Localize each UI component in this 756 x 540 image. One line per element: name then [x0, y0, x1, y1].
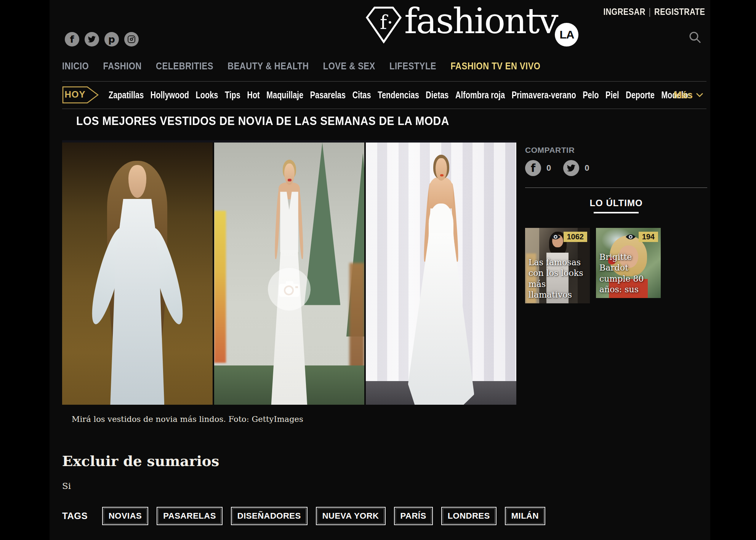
- instagram-icon[interactable]: [124, 32, 139, 46]
- hoy-label: HOY: [62, 89, 88, 100]
- hero-photo-1: [62, 143, 213, 405]
- divider: [62, 109, 706, 109]
- twitter-icon[interactable]: [85, 32, 99, 46]
- site-logo[interactable]: f· fashiontv LA: [365, 3, 578, 46]
- nav-celebrities[interactable]: CELEBRITIES: [156, 60, 213, 72]
- nav-fashion-tv-en-vivo[interactable]: FASHION TV EN VIVO: [450, 60, 540, 72]
- tag-londres[interactable]: LONDRES: [441, 507, 497, 525]
- view-count: 1062: [564, 232, 588, 242]
- twitter-share-count: 0: [585, 163, 589, 173]
- topic-pelo[interactable]: Pelo: [583, 90, 599, 101]
- section-heading: Excluir de sumarios: [62, 453, 219, 469]
- topic-zapatillas[interactable]: Zapatillas: [109, 90, 144, 101]
- hero-photo-3: [366, 143, 516, 405]
- nav-inicio[interactable]: INICIO: [62, 60, 89, 72]
- topic-hollywood[interactable]: Hollywood: [151, 90, 189, 101]
- eye-icon: [550, 234, 561, 240]
- latest-thumbs: 1062 Las famosas con los looks más llama…: [525, 228, 707, 303]
- topic-hot[interactable]: Hot: [247, 90, 259, 101]
- topic-pasarelas[interactable]: Pasarelas: [310, 90, 346, 101]
- content-area: f p f· fashiontv LA INGRESAR|REGISTRATE: [50, 0, 710, 540]
- nav-beauty-health[interactable]: BEAUTY & HEALTH: [227, 60, 309, 72]
- view-count: 194: [639, 232, 658, 242]
- search-icon[interactable]: [688, 30, 702, 46]
- share-twitter-button[interactable]: [563, 160, 579, 176]
- tag-nueva-york[interactable]: NUEVA YORK: [316, 507, 386, 525]
- tag-milan[interactable]: MILÁN: [505, 507, 545, 525]
- topic-tendencias[interactable]: Tendencias: [378, 90, 419, 101]
- eye-icon: [625, 234, 636, 240]
- views-badge: 1062: [550, 232, 588, 242]
- hoy-badge[interactable]: HOY: [62, 86, 99, 104]
- nav-love-sex[interactable]: LOVE & SEX: [323, 60, 375, 72]
- decor-figure: [214, 211, 226, 363]
- sidebar: COMPARTIR f 0 0 LO ÚLTIMO: [525, 146, 707, 303]
- page-title: LOS MEJORES VESTIDOS DE NOVIA DE LAS SEM…: [76, 114, 449, 128]
- latest-article-1[interactable]: 1062 Las famosas con los looks más llama…: [525, 228, 590, 303]
- topic-maquillaje[interactable]: Maquillaje: [266, 90, 303, 101]
- model2-lips: [288, 179, 291, 181]
- decor-tree: [304, 143, 340, 305]
- register-link[interactable]: REGISTRATE: [654, 7, 705, 17]
- page: f p f· fashiontv LA INGRESAR|REGISTRATE: [0, 0, 756, 540]
- facebook-icon[interactable]: f: [65, 32, 79, 46]
- article-hero-image[interactable]: [62, 140, 516, 405]
- share-row: f 0 0: [525, 160, 707, 176]
- topic-looks[interactable]: Looks: [196, 90, 218, 101]
- thumb1-title: Las famosas con los looks más llamativos: [529, 257, 588, 301]
- more-link[interactable]: Más: [673, 89, 703, 101]
- divider: [525, 187, 707, 188]
- topic-dietas[interactable]: Dietas: [426, 90, 448, 101]
- main-nav: INICIO FASHION CELEBRITIES BEAUTY & HEAL…: [62, 60, 540, 72]
- model3-lips: [440, 174, 444, 177]
- svg-text:f·: f·: [380, 11, 393, 34]
- topic-deporte[interactable]: Deporte: [626, 90, 655, 101]
- share-facebook-button[interactable]: f: [525, 160, 541, 176]
- header-social-row: f p: [65, 32, 139, 46]
- topic-piel[interactable]: Piel: [605, 90, 619, 101]
- views-badge: 194: [625, 232, 658, 242]
- topics-list: Zapatillas Hollywood Looks Tips Hot Maqu…: [109, 90, 692, 101]
- latest-heading: LO ÚLTIMO: [525, 198, 707, 208]
- topic-alfombra-roja[interactable]: Alfombra roja: [455, 90, 505, 101]
- instagram-glyph: [128, 35, 135, 43]
- gallery-camera-overlay[interactable]: [268, 268, 311, 311]
- thumb2-title: Brigitte Bardot cumple 80 años: sus: [599, 252, 658, 295]
- auth-separator: |: [649, 7, 651, 17]
- chevron-down-icon: [696, 93, 703, 98]
- diamond-logo-icon: f·: [365, 5, 402, 43]
- facebook-share-count: 0: [546, 163, 551, 173]
- model2-dress: [280, 192, 298, 252]
- section-value: Si: [62, 481, 71, 491]
- logo-la-badge: LA: [555, 23, 578, 46]
- share-label: COMPARTIR: [525, 146, 707, 155]
- divider: [62, 81, 706, 82]
- tags-label: TAGS: [62, 511, 88, 521]
- login-link[interactable]: INGRESAR: [603, 7, 645, 17]
- nav-fashion[interactable]: FASHION: [103, 60, 141, 72]
- latest-underline: [594, 212, 639, 213]
- tags-row: TAGS NOVIAS PASARELAS DISEÑADORES NUEVA …: [62, 507, 545, 525]
- auth-links: INGRESAR|REGISTRATE: [603, 7, 705, 17]
- topic-citas[interactable]: Citas: [352, 90, 371, 101]
- decor-figure: [349, 263, 364, 373]
- topic-tips[interactable]: Tips: [225, 90, 240, 101]
- latest-section: LO ÚLTIMO: [525, 198, 707, 213]
- model2-face: [284, 163, 295, 185]
- latest-article-2[interactable]: 194 Brigitte Bardot cumple 80 años: sus: [596, 228, 661, 298]
- tag-paris[interactable]: PARÍS: [394, 507, 433, 525]
- image-caption: Mirá los vestidos de novia más lindos. F…: [72, 415, 303, 424]
- logo-wordmark: fashiontv: [404, 3, 557, 40]
- topic-primavera-verano[interactable]: Primavera-verano: [512, 90, 576, 101]
- tag-disenadores[interactable]: DISEÑADORES: [231, 507, 308, 525]
- tag-pasarelas[interactable]: PASARELAS: [157, 507, 223, 525]
- tag-novias[interactable]: NOVIAS: [102, 507, 148, 525]
- more-label: Más: [673, 89, 693, 101]
- pinterest-icon[interactable]: p: [104, 32, 119, 46]
- camera-icon: [278, 280, 300, 298]
- topics-row: HOY Zapatillas Hollywood Looks Tips Hot …: [62, 85, 706, 104]
- nav-lifestyle[interactable]: LIFESTYLE: [389, 60, 436, 72]
